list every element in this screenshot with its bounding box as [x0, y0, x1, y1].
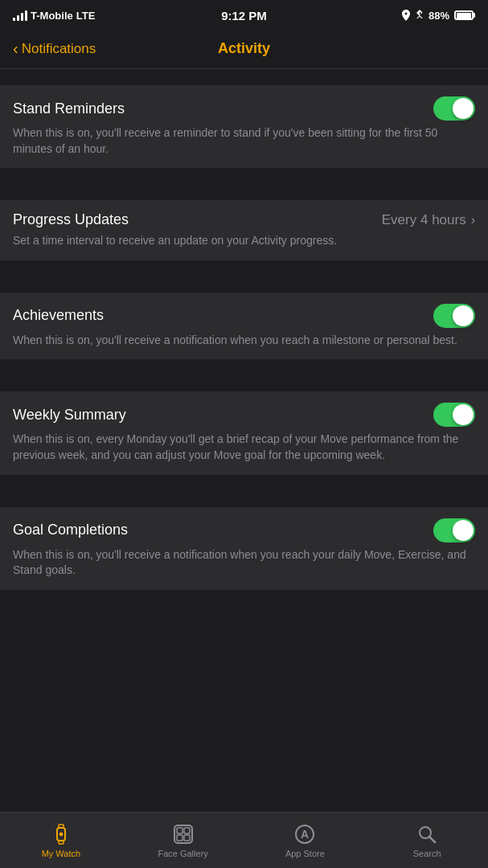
tab-my-watch[interactable]: My Watch — [0, 823, 122, 858]
svg-rect-8 — [184, 835, 190, 841]
toggle-knob — [453, 98, 474, 119]
tab-app-store[interactable]: A App Store — [244, 823, 367, 858]
signal-icon — [13, 10, 27, 21]
page-title: Activity — [218, 40, 270, 57]
progress-updates-label: Progress Updates — [13, 211, 129, 228]
weekly-summary-toggle[interactable] — [433, 403, 475, 427]
tab-bar: My Watch Face Gallery A App Store — [0, 812, 488, 868]
stand-reminders-toggle[interactable] — [433, 96, 475, 121]
goal-completions-section: Goal Completions When this is on, you'll… — [0, 507, 488, 590]
back-label: Notifications — [22, 41, 96, 57]
progress-chevron-icon: › — [471, 213, 475, 227]
my-watch-tab-label: My Watch — [42, 849, 81, 858]
svg-rect-7 — [177, 835, 182, 841]
svg-rect-1 — [59, 825, 64, 828]
status-bar: T-Mobile LTE 9:12 PM 88% — [0, 0, 488, 29]
location-icon — [401, 10, 411, 21]
svg-rect-2 — [59, 841, 64, 844]
face-gallery-icon — [172, 823, 195, 845]
status-indicators: 88% — [401, 10, 475, 22]
progress-updates-item[interactable]: Progress Updates Every 4 hours › Set a t… — [0, 200, 488, 260]
network-type: LTE — [76, 10, 96, 22]
toggle-knob — [453, 404, 474, 425]
my-watch-icon — [50, 823, 72, 845]
app-store-tab-label: App Store — [285, 849, 325, 858]
stand-reminders-section: Stand Reminders When this is on, you'll … — [0, 85, 488, 168]
progress-updates-section: Progress Updates Every 4 hours › Set a t… — [0, 200, 488, 260]
bluetooth-icon — [416, 10, 424, 21]
achievements-label: Achievements — [13, 307, 104, 324]
battery-icon — [454, 10, 475, 20]
carrier-name: T-Mobile — [31, 10, 73, 22]
weekly-summary-label: Weekly Summary — [13, 407, 126, 424]
stand-reminders-description: When this is on, you'll receive a remind… — [13, 125, 475, 157]
toggle-knob — [453, 305, 474, 326]
search-icon — [416, 823, 438, 845]
svg-rect-5 — [177, 828, 182, 833]
goal-completions-toggle[interactable] — [433, 518, 475, 542]
carrier-info: T-Mobile LTE — [13, 10, 95, 22]
progress-updates-value: Every 4 hours › — [382, 212, 475, 228]
nav-header: ‹ Notifications Activity — [0, 29, 488, 69]
content-area: Stand Reminders When this is on, you'll … — [0, 69, 488, 812]
goal-completions-item: Goal Completions When this is on, you'll… — [0, 507, 488, 590]
goal-completions-label: Goal Completions — [13, 522, 128, 538]
weekly-summary-section: Weekly Summary When this is on, every Mo… — [0, 391, 488, 474]
svg-rect-6 — [184, 828, 190, 833]
progress-updates-description: Set a time interval to receive an update… — [13, 233, 475, 249]
app-store-icon: A — [293, 823, 316, 845]
back-button[interactable]: ‹ Notifications — [13, 39, 96, 58]
svg-point-3 — [59, 833, 63, 836]
svg-text:A: A — [301, 828, 309, 841]
search-tab-label: Search — [413, 849, 441, 858]
stand-reminders-item: Stand Reminders When this is on, you'll … — [0, 85, 488, 168]
stand-reminders-label: Stand Reminders — [13, 100, 125, 117]
weekly-summary-description: When this is on, every Monday you'll get… — [13, 432, 475, 463]
achievements-item: Achievements When this is on, you'll rec… — [0, 293, 488, 360]
face-gallery-tab-label: Face Gallery — [158, 849, 207, 858]
achievements-description: When this is on, you'll receive a notifi… — [13, 333, 475, 349]
progress-updates-current: Every 4 hours — [382, 212, 466, 228]
weekly-summary-item: Weekly Summary When this is on, every Mo… — [0, 391, 488, 474]
tab-face-gallery[interactable]: Face Gallery — [122, 823, 244, 858]
svg-line-12 — [430, 837, 436, 842]
toggle-knob — [453, 520, 474, 541]
status-time: 9:12 PM — [221, 9, 267, 23]
achievements-toggle[interactable] — [433, 304, 475, 328]
battery-percentage: 88% — [429, 10, 449, 22]
tab-search[interactable]: Search — [366, 823, 488, 858]
achievements-section: Achievements When this is on, you'll rec… — [0, 293, 488, 360]
goal-completions-description: When this is on, you'll receive a notifi… — [13, 547, 475, 579]
back-chevron-icon: ‹ — [13, 39, 18, 58]
